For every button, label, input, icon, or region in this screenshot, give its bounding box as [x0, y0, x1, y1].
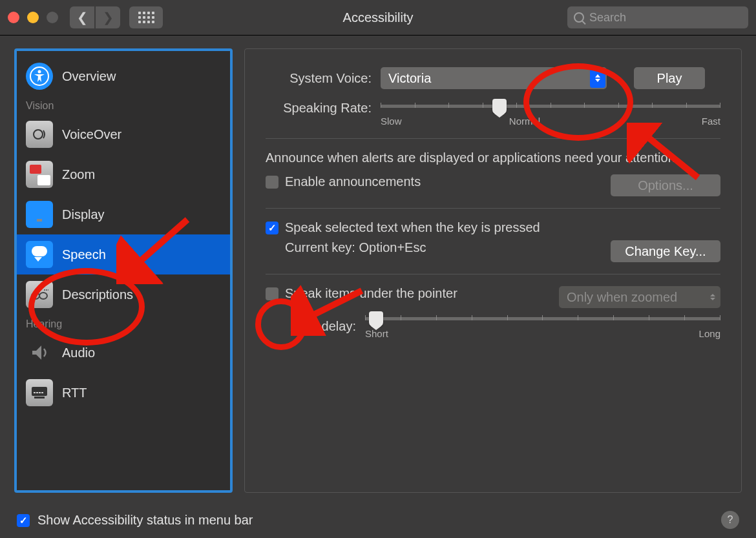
show-status-label: Show Accessibility status in menu bar [37, 513, 253, 528]
current-key-label: Current key: Option+Esc [285, 240, 426, 255]
sidebar-item-label: Zoom [62, 167, 95, 182]
separator [266, 274, 720, 274]
speak-selected-label: Speak selected text when the key is pres… [285, 220, 540, 235]
nav-buttons: ❮ ❯ [70, 6, 120, 28]
speech-icon [26, 241, 53, 268]
system-voice-select[interactable]: Victoria [381, 67, 607, 89]
sidebar-section-vision: Vision [17, 96, 230, 114]
sidebar-item-descriptions[interactable]: Descriptions [17, 274, 230, 315]
sidebar-item-label: RTT [62, 386, 87, 400]
svg-rect-4 [37, 219, 42, 222]
minimize-window-button[interactable] [27, 12, 39, 23]
play-button[interactable]: Play [634, 67, 705, 89]
announce-description: Announce when alerts are displayed or ap… [266, 150, 720, 165]
content-area: Overview Vision VoiceOver Zoom Display S… [0, 36, 756, 501]
speak-selected-checkbox[interactable] [266, 222, 278, 234]
sidebar-item-label: VoiceOver [62, 127, 121, 142]
sidebar-item-display[interactable]: Display [17, 194, 230, 234]
select-arrows-icon [590, 68, 605, 88]
sidebar-item-label: Overview [62, 69, 116, 84]
sidebar-section-hearing: Hearing [17, 315, 230, 333]
svg-rect-14 [41, 392, 43, 393]
svg-point-8 [46, 289, 47, 291]
grid-icon [138, 12, 154, 23]
separator [266, 208, 720, 209]
slider-handle-icon[interactable] [369, 311, 383, 327]
svg-rect-10 [32, 387, 47, 396]
pointer-mode-select[interactable]: Only when zoomed [559, 286, 720, 308]
footer: Show Accessibility status in menu bar ? [17, 511, 739, 529]
sidebar-item-overview[interactable]: Overview [17, 56, 230, 96]
chevron-left-icon: ❮ [77, 10, 88, 25]
audio-icon [26, 339, 53, 366]
close-window-button[interactable] [8, 12, 19, 23]
svg-rect-11 [34, 392, 36, 393]
voiceover-icon [26, 121, 53, 148]
select-arrows-icon [710, 294, 715, 300]
enable-announcements-checkbox[interactable] [266, 176, 278, 189]
slider-handle-icon[interactable] [492, 99, 507, 114]
svg-rect-12 [36, 392, 38, 393]
display-icon [26, 201, 53, 228]
svg-point-1 [38, 70, 41, 74]
forward-button[interactable]: ❯ [96, 6, 120, 28]
svg-point-5 [32, 293, 39, 299]
sidebar-item-rtt[interactable]: RTT [17, 373, 230, 413]
back-button[interactable]: ❮ [70, 6, 94, 28]
sidebar-item-label: Audio [62, 346, 95, 360]
rate-tick-fast: Fast [607, 116, 720, 127]
speaking-rate-label: Speaking Rate: [266, 101, 372, 116]
fullscreen-window-button[interactable] [47, 12, 58, 23]
enable-announcements-label: Enable announcements [285, 174, 421, 189]
separator [266, 138, 720, 139]
sidebar-item-voiceover[interactable]: VoiceOver [17, 114, 230, 154]
window-title: Accessibility [343, 10, 414, 25]
accessibility-icon [26, 63, 53, 90]
delay-slider[interactable]: Short Long [365, 313, 720, 339]
delay-tick-long: Long [602, 328, 720, 339]
pointer-mode-value: Only when zoomed [567, 290, 677, 305]
svg-point-7 [44, 289, 45, 291]
zoom-icon [26, 161, 53, 188]
sidebar-item-label: Display [62, 207, 105, 222]
sidebar-item-zoom[interactable]: Zoom [17, 154, 230, 194]
speak-pointer-checkbox[interactable] [266, 287, 278, 300]
svg-point-9 [48, 289, 48, 291]
svg-point-2 [34, 130, 43, 139]
sidebar-item-audio[interactable]: Audio [17, 333, 230, 373]
svg-rect-3 [31, 207, 48, 218]
show-all-button[interactable] [129, 6, 163, 28]
change-key-button[interactable]: Change Key... [611, 240, 720, 262]
speaking-rate-slider[interactable]: Slow Normal Fast [381, 101, 720, 127]
window-controls [8, 12, 58, 23]
svg-point-6 [39, 293, 47, 299]
sidebar-item-label: Descriptions [62, 287, 133, 302]
delay-tick-short: Short [365, 328, 483, 339]
rtt-icon [26, 379, 53, 406]
settings-panel: System Voice: Victoria Play Speaking Rat… [244, 48, 742, 493]
system-voice-label: System Voice: [266, 71, 372, 86]
rate-tick-normal: Normal [468, 116, 581, 127]
sidebar-item-label: Speech [62, 247, 106, 262]
show-status-checkbox[interactable] [17, 514, 30, 527]
chevron-right-icon: ❯ [103, 10, 114, 25]
svg-rect-15 [34, 397, 45, 398]
descriptions-icon [26, 281, 53, 308]
sidebar: Overview Vision VoiceOver Zoom Display S… [14, 48, 233, 493]
svg-rect-13 [39, 392, 41, 393]
announce-options-button[interactable]: Options... [611, 174, 720, 196]
sidebar-item-speech[interactable]: Speech [17, 234, 230, 274]
help-icon: ? [728, 514, 733, 526]
titlebar: ❮ ❯ Accessibility Search [0, 0, 756, 36]
search-icon [574, 12, 584, 23]
search-input[interactable]: Search [567, 6, 748, 28]
search-placeholder: Search [589, 11, 626, 25]
after-delay-label: After delay: [285, 319, 356, 334]
help-button[interactable]: ? [721, 511, 739, 529]
speak-pointer-label: Speak items under the pointer [285, 286, 457, 301]
system-voice-value: Victoria [388, 71, 431, 86]
